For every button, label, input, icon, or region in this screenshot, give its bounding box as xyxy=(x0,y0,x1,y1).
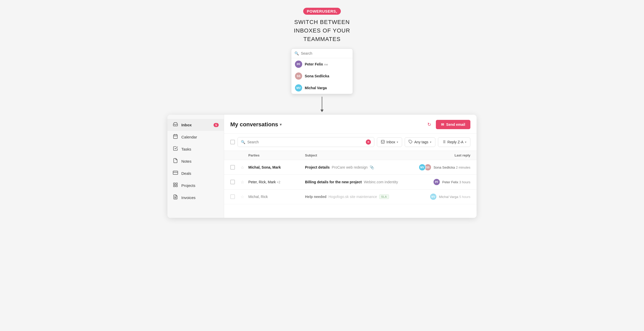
inbox-badge: 5 xyxy=(214,123,219,127)
clear-search-button[interactable]: ✕ xyxy=(366,139,371,145)
inbox-filter-label: Inbox xyxy=(386,140,395,144)
sidebar-item-projects[interactable]: Projects xyxy=(167,179,224,192)
sidebar-label-calendar: Calendar xyxy=(181,135,197,139)
th-subject: Subject xyxy=(305,153,455,157)
app-container: Inbox 5 Calendar Tasks xyxy=(167,115,477,218)
reply-info-3: Michal Varga 5 hours xyxy=(439,195,470,199)
sort-chevron: ▾ xyxy=(465,140,467,144)
conversations-header: My conversations ▾ ↻ ✉ Send email xyxy=(224,115,477,134)
sidebar-item-deals[interactable]: Deals xyxy=(167,167,224,179)
dropdown-item-ss[interactable]: SS Sona Sedlicka xyxy=(291,70,353,82)
sidebar-label-projects: Projects xyxy=(181,183,195,188)
sidebar-item-notes[interactable]: Notes xyxy=(167,155,224,167)
top-section: POWERUSERS, SWITCH BETWEEN INBOXES OF YO… xyxy=(0,0,644,94)
search-box: 🔍 ✕ xyxy=(238,137,374,147)
star-icon-3[interactable]: ☆ xyxy=(241,194,248,199)
refresh-button[interactable]: ↻ xyxy=(426,120,433,129)
powerusers-badge: POWERUSERS, xyxy=(303,8,341,15)
dropdown-search-input[interactable] xyxy=(301,51,350,55)
reply-avatars-1: MV SS xyxy=(419,164,431,171)
svg-rect-4 xyxy=(173,171,178,174)
table-row[interactable]: ☆ Peter, Rick, Mark +2 Billing details f… xyxy=(224,175,477,189)
subject-1: Project details ProCare web redesign 📎 xyxy=(305,165,419,169)
sort-label: Reply Z-A xyxy=(447,140,463,144)
user-name-ss: Sona Sedlicka xyxy=(305,74,329,78)
tag-icon xyxy=(409,140,413,145)
sidebar-item-calendar[interactable]: Calendar xyxy=(167,131,224,143)
arrow-head xyxy=(320,110,324,112)
user-dropdown: 🔍 PF Peter Felix me SS Sona Sedlicka MV … xyxy=(291,48,353,94)
sidebar-label-inbox: Inbox xyxy=(181,123,192,127)
svg-rect-7 xyxy=(176,183,177,185)
sidebar-label-invoices: Invoices xyxy=(181,195,196,200)
star-icon-1[interactable]: ☆ xyxy=(241,165,248,170)
parties-3: Michal, Rick xyxy=(248,195,305,199)
tags-filter-chevron: ▾ xyxy=(430,140,431,144)
reply-name-3: Michal Varga xyxy=(439,195,458,199)
invoices-icon xyxy=(173,194,178,201)
powerusers-text: SWITCH BETWEEN INBOXES OF YOUR TEAMMATES xyxy=(294,18,350,43)
tags-filter-button[interactable]: Any tags ▾ xyxy=(405,137,435,147)
attachment-icon-1: 📎 xyxy=(370,165,374,169)
last-reply-3: MV Michal Varga 5 hours xyxy=(430,193,470,200)
sort-icon xyxy=(442,140,446,145)
tags-filter-label: Any tags xyxy=(414,140,428,144)
svg-rect-9 xyxy=(174,185,175,187)
subject-text-1: Project details xyxy=(305,165,330,169)
subject-2: Billing details for the new project Webi… xyxy=(305,180,433,184)
search-icon: 🔍 xyxy=(294,51,299,55)
th-parties: Parties xyxy=(248,153,305,157)
inbox-filter-icon xyxy=(381,140,385,145)
projects-icon xyxy=(173,182,178,189)
subject-text-3: Help needed xyxy=(305,195,326,199)
avatar-pf-2: PF xyxy=(433,178,440,186)
reply-info-1: Sona Sedlicka 2 minutes xyxy=(434,166,470,169)
dropdown-item-pf[interactable]: PF Peter Felix me xyxy=(291,58,353,70)
preview-3: Hogofogo.sk site maintenance xyxy=(328,195,377,199)
parties-extra-2: +2 xyxy=(277,180,280,184)
row-checkbox-1[interactable] xyxy=(230,165,235,170)
search-input[interactable] xyxy=(247,140,364,144)
table-row[interactable]: ☆ Michal, Rick Help needed Hogofogo.sk s… xyxy=(224,189,477,204)
avatar-mv-1: MV xyxy=(419,164,426,171)
reply-info-2: Peter Felix 3 hours xyxy=(442,180,470,184)
parties-1: Michal, Sona, Mark xyxy=(248,165,305,169)
sidebar-item-invoices[interactable]: Invoices xyxy=(167,192,224,204)
parties-text-1: Michal, Sona, Mark xyxy=(248,165,281,169)
filters-row: 🔍 ✕ Inbox ▾ Any tags ▾ xyxy=(224,134,477,151)
row-checkbox-2[interactable] xyxy=(230,180,235,184)
svg-rect-8 xyxy=(176,185,177,187)
inbox-filter-chevron: ▾ xyxy=(397,140,398,144)
table-row[interactable]: ☆ Michal, Sona, Mark Project details Pro… xyxy=(224,160,477,175)
arrow-line xyxy=(322,97,322,110)
inbox-icon xyxy=(173,122,178,128)
sort-button[interactable]: Reply Z-A ▾ xyxy=(438,137,470,147)
select-all-checkbox[interactable] xyxy=(230,140,235,144)
sidebar-item-inbox[interactable]: Inbox 5 xyxy=(167,119,224,131)
sidebar-item-tasks[interactable]: Tasks xyxy=(167,143,224,155)
row-checkbox-3[interactable] xyxy=(230,194,235,199)
dropdown-item-mv[interactable]: MV Michal Varga xyxy=(291,82,353,94)
sidebar-label-tasks: Tasks xyxy=(181,147,191,151)
avatar-pf: PF xyxy=(295,61,302,68)
sidebar: Inbox 5 Calendar Tasks xyxy=(167,115,224,218)
table-header: Parties Subject Last reply xyxy=(224,151,477,160)
sidebar-label-deals: Deals xyxy=(181,171,191,176)
parties-text-3: Michal, Rick xyxy=(248,195,268,199)
preview-2: Webinc.com indentity xyxy=(364,180,398,184)
inbox-filter-button[interactable]: Inbox ▾ xyxy=(377,137,402,147)
last-reply-2: PF Peter Felix 3 hours xyxy=(433,178,470,186)
main-content: My conversations ▾ ↻ ✉ Send email 🔍 ✕ xyxy=(224,115,477,218)
preview-1: ProCare web redesign xyxy=(332,165,368,169)
send-email-button[interactable]: ✉ Send email xyxy=(436,120,470,129)
user-name-pf: Peter Felix me xyxy=(305,62,328,66)
avatar-mv-3: MV xyxy=(430,193,437,200)
arrow xyxy=(320,94,324,115)
calendar-icon xyxy=(173,134,178,140)
reply-name-1: Sona Sedlicka xyxy=(434,166,455,169)
star-icon-2[interactable]: ☆ xyxy=(241,180,248,185)
title-text: My conversations xyxy=(230,121,278,128)
reply-avatars-2: PF xyxy=(433,178,440,186)
conversations-title[interactable]: My conversations ▾ xyxy=(230,121,282,128)
th-last-reply: Last reply xyxy=(455,153,470,157)
